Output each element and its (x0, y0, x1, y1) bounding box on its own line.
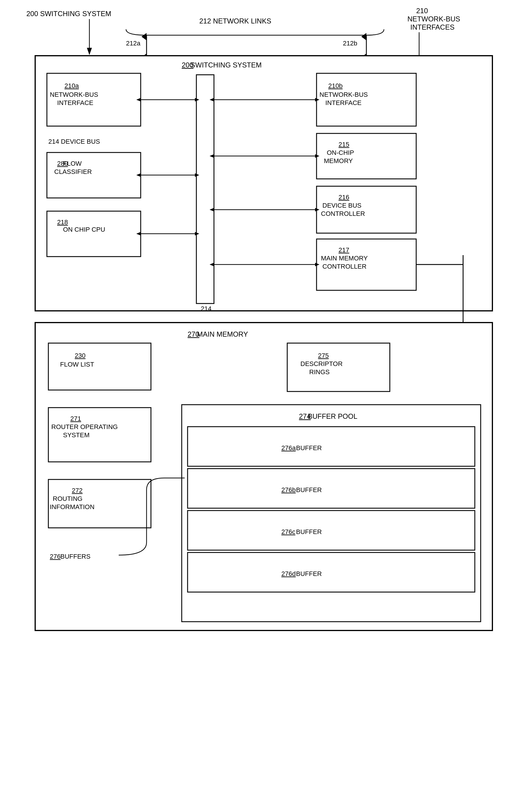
svg-text:230: 230 (75, 352, 85, 359)
svg-text:ON-CHIP: ON-CHIP (327, 149, 354, 156)
box-216 (317, 186, 416, 233)
svg-marker-45 (136, 232, 141, 236)
svg-text:NETWORK-BUS: NETWORK-BUS (407, 15, 460, 23)
svg-text:218: 218 (57, 218, 68, 226)
svg-marker-52 (461, 329, 465, 334)
svg-marker-37 (315, 154, 320, 158)
svg-marker-31 (195, 98, 199, 101)
box-210a (47, 73, 141, 126)
svg-text:RINGS: RINGS (309, 368, 330, 376)
device-bus-bar (196, 75, 214, 303)
svg-marker-43 (315, 208, 320, 212)
svg-text:275: 275 (318, 352, 329, 359)
box-276d (187, 553, 475, 592)
svg-text:BUFFERS: BUFFERS (60, 553, 91, 560)
box-210b (317, 73, 416, 126)
main-memory-label: 270 (187, 330, 199, 338)
svg-text:280: 280 (57, 160, 68, 167)
svg-marker-36 (209, 154, 214, 158)
svg-marker-39 (136, 173, 141, 177)
box-272 (48, 479, 151, 528)
svg-text:CONTROLLER: CONTROLLER (322, 263, 366, 270)
box-230 (48, 343, 151, 390)
buffers-label: 276 (50, 553, 61, 560)
link-a-label: 212a (126, 40, 141, 47)
svg-text:271: 271 (71, 415, 81, 422)
svg-text:ON CHIP CPU: ON CHIP CPU (63, 226, 105, 233)
svg-text:276d: 276d (281, 570, 296, 577)
svg-text:210a: 210a (64, 82, 79, 90)
svg-marker-33 (209, 98, 214, 101)
svg-text:276c: 276c (281, 528, 296, 535)
box-274 (182, 405, 481, 622)
buffer-pool-label: 274 (299, 412, 311, 420)
svg-text:BUFFER: BUFFER (296, 444, 322, 452)
box-218 (47, 211, 141, 257)
svg-marker-49 (315, 263, 320, 266)
main-memory-box (35, 322, 493, 631)
svg-text:ROUTER OPERATING: ROUTER OPERATING (51, 423, 118, 431)
box-275 (287, 343, 390, 392)
network-bus-interfaces-label: 210 (416, 7, 428, 15)
svg-text:217: 217 (339, 246, 349, 254)
box-217 (317, 239, 416, 290)
svg-text:215: 215 (339, 141, 349, 148)
svg-text:DEVICE BUS: DEVICE BUS (322, 202, 361, 209)
svg-text:216: 216 (339, 194, 349, 201)
svg-text:BUFFER: BUFFER (296, 570, 322, 577)
svg-text:MAIN MEMORY: MAIN MEMORY (321, 255, 368, 262)
box-276c (187, 511, 475, 550)
svg-marker-42 (209, 208, 214, 212)
svg-marker-46 (195, 232, 199, 236)
diagram-container: 200 SWITCHING SYSTEM 210 NETWORK-BUS INT… (0, 0, 522, 812)
svg-text:MEMORY: MEMORY (324, 157, 353, 164)
svg-marker-34 (315, 98, 320, 101)
svg-text:SWITCHING SYSTEM: SWITCHING SYSTEM (190, 61, 262, 69)
svg-text:CLASSIFIER: CLASSIFIER (54, 168, 92, 175)
svg-text:272: 272 (72, 487, 83, 494)
network-links-label: 212 NETWORK LINKS (199, 17, 271, 25)
svg-text:DESCRIPTOR: DESCRIPTOR (300, 360, 343, 368)
svg-text:ROUTING: ROUTING (53, 495, 82, 502)
svg-text:NETWORK-BUS: NETWORK-BUS (50, 91, 98, 98)
bus-bottom-label: 214 (201, 305, 212, 312)
svg-text:210b: 210b (328, 82, 343, 90)
box-215 (317, 134, 416, 179)
diagram-svg: 200 SWITCHING SYSTEM 210 NETWORK-BUS INT… (0, 0, 522, 812)
svg-text:MAIN MEMORY: MAIN MEMORY (197, 330, 248, 338)
box-271 (48, 408, 151, 462)
device-bus-label: 214 DEVICE BUS (48, 138, 100, 145)
switching-system-inner-label: 200 (182, 61, 194, 69)
svg-marker-48 (209, 263, 214, 266)
svg-text:NETWORK-BUS: NETWORK-BUS (320, 91, 368, 98)
link-b-label: 212b (343, 40, 357, 47)
svg-marker-30 (136, 98, 141, 101)
svg-text:SYSTEM: SYSTEM (63, 431, 89, 439)
svg-text:INTERFACES: INTERFACES (410, 23, 455, 31)
box-276a (187, 427, 475, 466)
switching-system-box (35, 56, 493, 311)
svg-text:BUFFER: BUFFER (296, 528, 322, 535)
svg-text:INFORMATION: INFORMATION (50, 503, 94, 511)
svg-text:BUFFER: BUFFER (296, 486, 322, 494)
top-switching-system-label: 200 SWITCHING SYSTEM (26, 10, 111, 18)
svg-text:CONTROLLER: CONTROLLER (321, 210, 365, 217)
svg-text:INTERFACE: INTERFACE (325, 99, 361, 106)
svg-text:276b: 276b (281, 486, 296, 494)
box-276b (187, 469, 475, 508)
svg-text:276a: 276a (281, 444, 296, 452)
box-280 (47, 153, 141, 198)
svg-marker-40 (195, 173, 199, 177)
svg-text:FLOW: FLOW (63, 160, 82, 167)
svg-text:FLOW LIST: FLOW LIST (60, 361, 94, 368)
svg-text:INTERFACE: INTERFACE (57, 99, 93, 106)
svg-text:BUFFER POOL: BUFFER POOL (308, 412, 357, 420)
